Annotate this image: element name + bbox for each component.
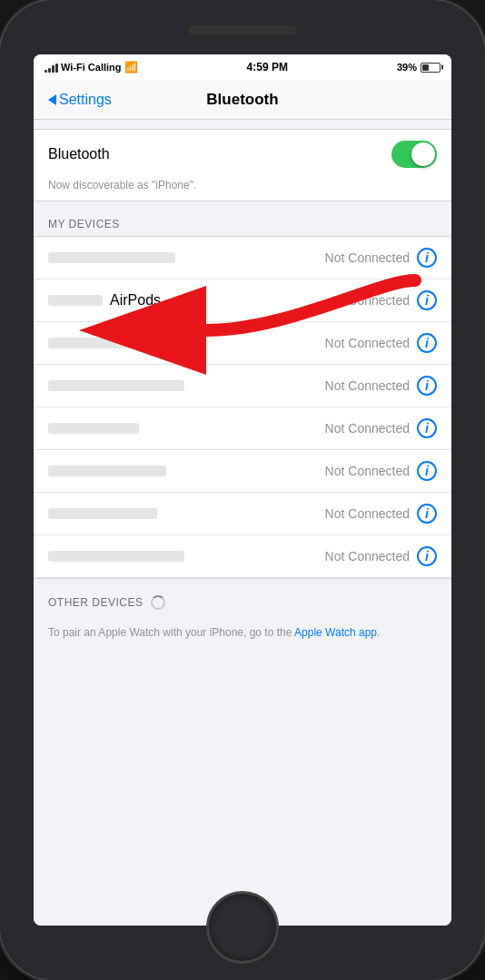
device-status-area: Not Connected i — [325, 248, 437, 268]
table-row: Not Connected i — [34, 535, 451, 578]
table-row: Not Connected i — [34, 237, 451, 279]
battery-percent: 39% — [397, 62, 417, 73]
device-blur-name — [48, 466, 166, 476]
battery-fill — [422, 64, 429, 71]
device-blur-name — [48, 295, 103, 306]
bluetooth-toggle-section: Bluetooth Now discoverable as "iPhone". — [34, 129, 451, 201]
status-right: 39% — [397, 62, 440, 73]
device-status-label: Not Connected — [325, 250, 410, 265]
device-status-area: Not Connected i — [325, 546, 437, 566]
wifi-icon: 📶 — [124, 61, 138, 74]
device-status-label: Not Connected — [325, 464, 410, 478]
battery-icon — [421, 63, 440, 73]
device-name-area — [48, 466, 325, 476]
device-status-label: Not Connected — [325, 378, 410, 393]
device-status-label: Not Connected — [325, 506, 410, 521]
device-status-label: Not Connected — [325, 549, 410, 564]
device-name-area — [48, 551, 325, 562]
table-row: Not Connected i — [34, 365, 451, 407]
loading-spinner — [151, 595, 165, 610]
signal-bar-4 — [55, 64, 58, 73]
other-devices-header: OTHER DEVICES — [34, 579, 451, 615]
airpods-label: AirPods — [110, 292, 161, 309]
device-status-label: Connected — [348, 293, 410, 308]
carrier-label: Wi-Fi Calling — [61, 62, 122, 73]
my-devices-label: MY DEVICES — [48, 218, 120, 230]
device-name-area — [48, 252, 325, 263]
my-devices-list: Not Connected i AirPods Connected i — [34, 236, 451, 579]
phone-frame: Wi-Fi Calling 📶 4:59 PM 39% Settings Blu… — [0, 0, 485, 980]
speaker — [188, 25, 297, 34]
content-area: Bluetooth Now discoverable as "iPhone". … — [34, 120, 451, 926]
device-status-area: Not Connected i — [325, 461, 437, 481]
table-row: AirPods Connected i — [34, 279, 451, 322]
device-name-area — [48, 508, 325, 519]
back-button[interactable]: Settings — [48, 92, 112, 108]
device-status-area: Not Connected i — [325, 376, 437, 396]
table-row: Not Connected i — [34, 450, 451, 493]
page-title: Bluetooth — [206, 91, 278, 109]
table-row: Not Connected i — [34, 407, 451, 450]
status-left: Wi-Fi Calling 📶 — [45, 61, 138, 74]
my-devices-header: MY DEVICES — [34, 201, 451, 236]
toggle-thumb — [411, 142, 435, 166]
device-status-label: Not Connected — [325, 336, 410, 350]
device-name-area — [48, 338, 325, 348]
device-status-label: Not Connected — [325, 421, 410, 436]
device-blur-name — [48, 423, 139, 434]
device-blur-name — [48, 252, 175, 263]
signal-bars — [45, 62, 58, 73]
device-status-area: Not Connected i — [325, 418, 437, 438]
footer-text-before: To pair an Apple Watch with your iPhone,… — [48, 626, 294, 639]
status-bar: Wi-Fi Calling 📶 4:59 PM 39% — [34, 54, 451, 80]
info-button[interactable]: i — [417, 290, 437, 310]
info-button[interactable]: i — [417, 333, 437, 353]
info-button[interactable]: i — [417, 248, 437, 268]
info-button[interactable]: i — [417, 504, 437, 524]
bluetooth-toggle[interactable] — [391, 141, 437, 168]
back-chevron-icon — [48, 94, 56, 105]
info-button[interactable]: i — [417, 461, 437, 481]
device-blur-name — [48, 551, 184, 562]
table-row: Not Connected i — [34, 493, 451, 535]
camera — [170, 20, 183, 33]
signal-bar-1 — [45, 70, 47, 73]
footer-text-after: . — [377, 626, 380, 639]
footer-text: To pair an Apple Watch with your iPhone,… — [34, 615, 451, 650]
info-button[interactable]: i — [417, 418, 437, 438]
status-time: 4:59 PM — [247, 61, 288, 74]
bluetooth-toggle-row: Bluetooth — [34, 130, 451, 179]
screen: Wi-Fi Calling 📶 4:59 PM 39% Settings Blu… — [34, 54, 451, 926]
discoverable-text: Now discoverable as "iPhone". — [34, 179, 451, 201]
info-button[interactable]: i — [417, 546, 437, 566]
device-blur-name — [48, 338, 193, 348]
table-row: Not Connected i — [34, 322, 451, 365]
nav-bar: Settings Bluetooth — [34, 80, 451, 120]
device-blur-name — [48, 508, 157, 519]
signal-bar-3 — [52, 65, 54, 73]
device-name-area — [48, 380, 325, 391]
device-blur-name — [48, 380, 184, 391]
home-button[interactable] — [206, 891, 279, 964]
signal-bar-2 — [48, 68, 51, 73]
device-name-area: AirPods — [48, 292, 348, 309]
device-status-area: Not Connected i — [325, 333, 437, 353]
device-status-area: Not Connected i — [325, 504, 437, 524]
device-status-area: Connected i — [348, 290, 437, 310]
device-name-area — [48, 423, 325, 434]
bluetooth-label: Bluetooth — [48, 146, 110, 162]
apple-watch-app-link[interactable]: Apple Watch app — [294, 626, 377, 639]
info-button[interactable]: i — [417, 376, 437, 396]
other-devices-label: OTHER DEVICES — [48, 596, 144, 609]
back-label: Settings — [59, 92, 112, 108]
